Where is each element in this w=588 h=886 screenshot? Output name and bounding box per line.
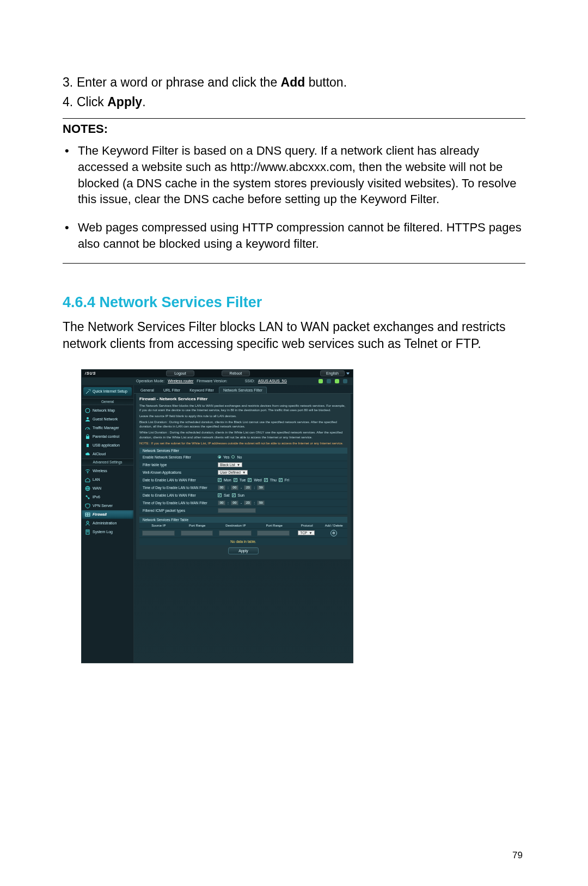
sidebar-item-system-log[interactable]: System Log	[82, 528, 133, 536]
table-columns: Source IP Port Range Destination IP Port…	[139, 523, 347, 529]
log-icon	[85, 529, 90, 535]
form-label: Time of Day to Enable LAN to WAN Filter	[143, 501, 218, 505]
sidebar-item-label: Network Map	[93, 408, 115, 412]
col-port-range-2: Port Range	[255, 523, 293, 528]
form-label: Well-Known Applications	[143, 471, 218, 474]
sidebar-item-vpn-server[interactable]: VPN Server	[82, 502, 133, 510]
source-ip-input[interactable]	[142, 530, 175, 536]
checkbox-sun[interactable]: ✓	[232, 493, 236, 497]
icmp-input[interactable]	[218, 508, 256, 513]
time-input[interactable]: 23	[244, 485, 252, 490]
instruction-bold: Add	[281, 75, 305, 89]
time-input[interactable]: 59	[257, 500, 265, 505]
sidebar-item-wan[interactable]: WAN	[82, 484, 133, 493]
section-body: The Network Services Filter blocks LAN t…	[63, 319, 525, 353]
filter-type-select[interactable]: Black List▼	[218, 462, 242, 467]
sidebar-item-traffic-manager[interactable]: Traffic Manager	[82, 424, 133, 432]
notes-bullet: The Keyword Filter is based on a DNS que…	[78, 143, 525, 207]
svg-line-2	[88, 428, 89, 430]
asus-logo: /SUS	[85, 371, 96, 375]
globe-icon	[85, 486, 90, 491]
language-selector[interactable]: English	[320, 370, 350, 376]
sidebar-item-usb-application[interactable]: USB application	[82, 441, 133, 450]
op-mode-value[interactable]: Wireless router	[168, 379, 193, 383]
sidebar-item-aicloud[interactable]: AiCloud	[82, 450, 133, 459]
sidebar-item-firewall[interactable]: Firewall	[82, 510, 133, 519]
col-port-range: Port Range	[178, 523, 217, 528]
time-input[interactable]: 59	[257, 485, 265, 490]
checkbox-fri[interactable]: ✓	[279, 478, 283, 482]
checkbox-sat[interactable]: ✓	[218, 493, 222, 497]
time-input[interactable]: 00	[218, 485, 225, 490]
port-range-input[interactable]	[181, 530, 213, 536]
router-topbar: /SUS Logout Reboot English	[82, 370, 353, 377]
instruction-text: .	[142, 95, 145, 109]
dest-ip-input[interactable]	[219, 530, 252, 536]
gauge-icon	[85, 425, 90, 431]
checkbox-wed[interactable]: ✓	[248, 478, 252, 482]
notes-bullet: Web pages compressed using HTTP compress…	[78, 219, 525, 252]
sidebar-item-administration[interactable]: Administration	[82, 519, 133, 528]
day-label: Wed	[254, 478, 261, 482]
apply-button[interactable]: Apply	[228, 547, 259, 554]
form-row-enable: Enable Network Services Filter Yes No	[139, 454, 347, 461]
sidebar-item-label: AiCloud	[93, 452, 106, 456]
sidebar-item-parental-control[interactable]: Parental control	[82, 432, 133, 441]
reboot-button[interactable]: Reboot	[222, 370, 250, 376]
time-input[interactable]: 00	[218, 500, 225, 505]
tab-url-filter[interactable]: URL Filter	[159, 387, 185, 393]
tab-general[interactable]: General	[136, 387, 158, 393]
instruction-text: Enter a word or phrase and click the	[77, 75, 281, 89]
panel-desc: White List Duration : During the schedul…	[139, 430, 347, 439]
tab-keyword-filter[interactable]: Keyword Filter	[185, 387, 218, 393]
firewall-icon	[85, 512, 90, 517]
day-label: Mon	[224, 478, 231, 482]
form-label: Date to Enable LAN to WAN Filter	[143, 478, 218, 482]
add-button[interactable]: ⊕	[330, 530, 337, 536]
router-sidebar: Quick Internet Setup General Network Map…	[82, 385, 134, 663]
time-input[interactable]: 23	[244, 500, 252, 505]
sidebar-quick-setup[interactable]: Quick Internet Setup	[83, 387, 132, 396]
checkbox-thu[interactable]: ✓	[264, 478, 268, 482]
network-icon	[85, 494, 90, 500]
checkbox-mon[interactable]: ✓	[218, 478, 222, 482]
sidebar-item-label: Wireless	[93, 469, 107, 473]
time-input[interactable]: 00	[231, 500, 238, 505]
cloud-icon	[85, 451, 90, 457]
table-nodata: No data in table.	[139, 538, 347, 545]
col-dest-ip: Destination IP	[216, 523, 255, 528]
svg-point-1	[87, 417, 89, 419]
logout-button[interactable]: Logout	[166, 370, 194, 376]
sidebar-item-ipv6[interactable]: IPv6	[82, 493, 133, 502]
ssid-value[interactable]: ASUS ASUS_5G	[258, 379, 287, 383]
sidebar-item-label: USB application	[93, 443, 120, 447]
tab-network-services-filter[interactable]: Network Services Filter	[219, 387, 267, 393]
sidebar-item-label: Parental control	[93, 435, 119, 438]
sidebar-item-label: Firewall	[93, 512, 107, 516]
well-known-select[interactable]: User Defined▼	[218, 470, 248, 475]
sidebar-item-network-map[interactable]: Network Map	[82, 406, 133, 415]
router-statusbar: Operation Mode: Wireless router Firmware…	[82, 377, 353, 385]
svg-point-5	[87, 472, 88, 473]
port-range-input-2[interactable]	[257, 530, 290, 536]
sidebar-item-guest-network[interactable]: Guest Network	[82, 415, 133, 424]
usb-icon	[85, 443, 90, 448]
form-row-well-known: Well-Known Applications User Defined▼	[139, 469, 347, 476]
svg-line-9	[87, 497, 88, 498]
panel-title: Firewall - Network Services Filter	[139, 396, 347, 401]
notes-block: NOTES: The Keyword Filter is based on a …	[63, 118, 525, 263]
time-input[interactable]: 00	[231, 485, 238, 490]
op-mode-label: Operation Mode:	[136, 379, 164, 383]
radio-no[interactable]	[231, 455, 235, 459]
sidebar-item-lan[interactable]: LAN	[82, 475, 133, 484]
radio-yes[interactable]	[218, 455, 221, 459]
day-label: Sun	[238, 493, 244, 497]
instruction-3: 3.Enter a word or phrase and click the A…	[63, 74, 525, 91]
checkbox-tue[interactable]: ✓	[234, 478, 237, 482]
select-value: User Defined	[220, 471, 241, 474]
col-protocol: Protocol	[293, 523, 321, 528]
protocol-select[interactable]: TCP▼	[298, 530, 314, 535]
sidebar-item-wireless[interactable]: Wireless	[82, 467, 133, 475]
section-heading: 4.6.4 Network Services Filter	[63, 294, 525, 311]
sidebar-item-label: Guest Network	[93, 417, 118, 421]
